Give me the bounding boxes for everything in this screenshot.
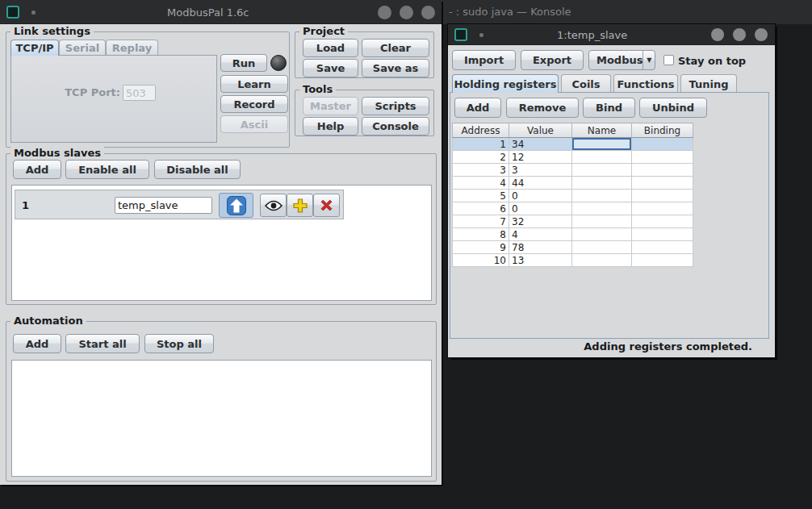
enable-slave-toggle[interactable]: [219, 193, 253, 218]
cell-name[interactable]: [572, 164, 632, 177]
cell-name[interactable]: [572, 228, 632, 241]
cell-binding[interactable]: [632, 254, 693, 267]
save-as-button[interactable]: Save as: [362, 59, 429, 77]
tab-tcpip[interactable]: TCP/IP: [10, 40, 59, 56]
table-row[interactable]: 7 32: [453, 215, 693, 228]
cell-value[interactable]: 34: [509, 138, 572, 151]
tab-functions[interactable]: Functions: [613, 74, 678, 93]
column-header-name[interactable]: Name: [572, 123, 632, 138]
cell-name[interactable]: [572, 241, 632, 254]
implementation-combobox[interactable]: Modbus ▼: [588, 50, 655, 70]
cell-address[interactable]: 8: [453, 228, 509, 241]
cell-binding[interactable]: [632, 190, 693, 202]
cell-binding[interactable]: [632, 241, 693, 254]
modbuspal-titlebar[interactable]: ModbusPal 1.6c: [0, 0, 442, 24]
unbind-button[interactable]: Unbind: [639, 98, 707, 118]
cell-value[interactable]: 12: [509, 151, 572, 164]
add-slave-button[interactable]: Add: [13, 160, 61, 179]
slave-editor-titlebar[interactable]: 1:temp_slave: [448, 24, 775, 45]
cell-name[interactable]: [572, 254, 632, 267]
cell-address[interactable]: 1: [453, 138, 509, 151]
tab-coils[interactable]: Coils: [561, 74, 611, 93]
cell-address[interactable]: 4: [453, 177, 509, 190]
cell-value[interactable]: 4: [509, 228, 572, 241]
cell-binding[interactable]: [632, 138, 693, 151]
cell-binding[interactable]: [632, 215, 693, 228]
window-button-minimize[interactable]: [711, 28, 724, 41]
registers-table-body: 1 34 2 12 3 3 4 44 5 0 6 0 7 32: [453, 138, 693, 267]
cell-address[interactable]: 2: [453, 151, 509, 164]
cell-binding[interactable]: [632, 228, 693, 241]
cell-name[interactable]: [572, 177, 632, 190]
cell-binding[interactable]: [632, 164, 693, 177]
add-automation-button[interactable]: Add: [13, 334, 61, 353]
slave-name-input[interactable]: [115, 197, 212, 214]
cell-value[interactable]: 32: [509, 215, 572, 228]
column-header-address[interactable]: Address: [453, 123, 509, 138]
enable-all-button[interactable]: Enable all: [65, 160, 149, 179]
remove-register-button[interactable]: Remove: [506, 98, 579, 118]
table-row[interactable]: 10 13: [453, 254, 693, 267]
table-row[interactable]: 9 78: [453, 241, 693, 254]
cell-value[interactable]: 0: [509, 190, 572, 202]
cell-address[interactable]: 9: [453, 241, 509, 254]
tab-serial[interactable]: Serial: [59, 40, 106, 56]
table-row[interactable]: 2 12: [453, 151, 693, 164]
bind-button[interactable]: Bind: [583, 98, 635, 118]
disable-all-button[interactable]: Disable all: [154, 160, 241, 179]
window-button-maximize[interactable]: [400, 6, 413, 19]
window-button-minimize[interactable]: [378, 6, 391, 19]
table-row[interactable]: 1 34: [453, 138, 693, 151]
window-button-maximize[interactable]: [733, 28, 746, 41]
console-button[interactable]: Console: [362, 117, 429, 136]
window-button-close[interactable]: [755, 28, 768, 41]
window-button-close[interactable]: [421, 6, 435, 19]
tab-tuning[interactable]: Tuning: [680, 74, 737, 93]
table-row[interactable]: 5 0: [453, 190, 693, 202]
import-button[interactable]: Import: [452, 50, 516, 70]
tab-holding-registers[interactable]: Holding registers: [452, 74, 559, 93]
cell-value[interactable]: 0: [509, 202, 572, 215]
save-button[interactable]: Save: [303, 59, 358, 77]
add-register-button[interactable]: Add: [454, 98, 501, 118]
table-row[interactable]: 4 44: [453, 177, 693, 190]
stop-all-button[interactable]: Stop all: [144, 334, 214, 353]
cell-address[interactable]: 7: [453, 215, 509, 228]
cell-address[interactable]: 3: [453, 164, 509, 177]
tab-replay[interactable]: Replay: [106, 40, 158, 56]
start-all-button[interactable]: Start all: [65, 334, 140, 353]
cell-binding[interactable]: [632, 202, 693, 215]
delete-slave-button[interactable]: [313, 194, 340, 217]
cell-name[interactable]: [572, 151, 632, 164]
cell-name[interactable]: [572, 138, 632, 151]
cell-address[interactable]: 5: [453, 190, 509, 202]
column-header-value[interactable]: Value: [509, 123, 572, 138]
cell-name[interactable]: [572, 215, 632, 228]
learn-button[interactable]: Learn: [220, 75, 288, 93]
table-row[interactable]: 6 0: [453, 202, 693, 215]
cell-name[interactable]: [572, 190, 632, 202]
column-header-binding[interactable]: Binding: [632, 123, 693, 138]
show-slave-button[interactable]: [260, 194, 287, 217]
chevron-down-icon[interactable]: ▼: [642, 51, 655, 69]
cell-binding[interactable]: [632, 177, 693, 190]
help-button[interactable]: Help: [303, 117, 358, 136]
stay-on-top-checkbox[interactable]: [663, 55, 674, 65]
export-button[interactable]: Export: [521, 50, 584, 70]
table-row[interactable]: 3 3: [453, 164, 693, 177]
cell-value[interactable]: 3: [509, 164, 572, 177]
cell-name[interactable]: [572, 202, 632, 215]
cell-value[interactable]: 44: [509, 177, 572, 190]
cell-address[interactable]: 10: [453, 254, 509, 267]
cell-binding[interactable]: [632, 151, 693, 164]
run-button[interactable]: Run: [220, 54, 267, 72]
record-button[interactable]: Record: [220, 95, 288, 113]
scripts-button[interactable]: Scripts: [362, 97, 429, 115]
table-row[interactable]: 8 4: [453, 228, 693, 241]
load-button[interactable]: Load: [303, 39, 358, 57]
duplicate-slave-button[interactable]: [287, 194, 313, 217]
cell-value[interactable]: 78: [509, 241, 572, 254]
cell-value[interactable]: 13: [509, 254, 572, 267]
clear-button[interactable]: Clear: [362, 39, 429, 57]
cell-address[interactable]: 6: [453, 202, 509, 215]
